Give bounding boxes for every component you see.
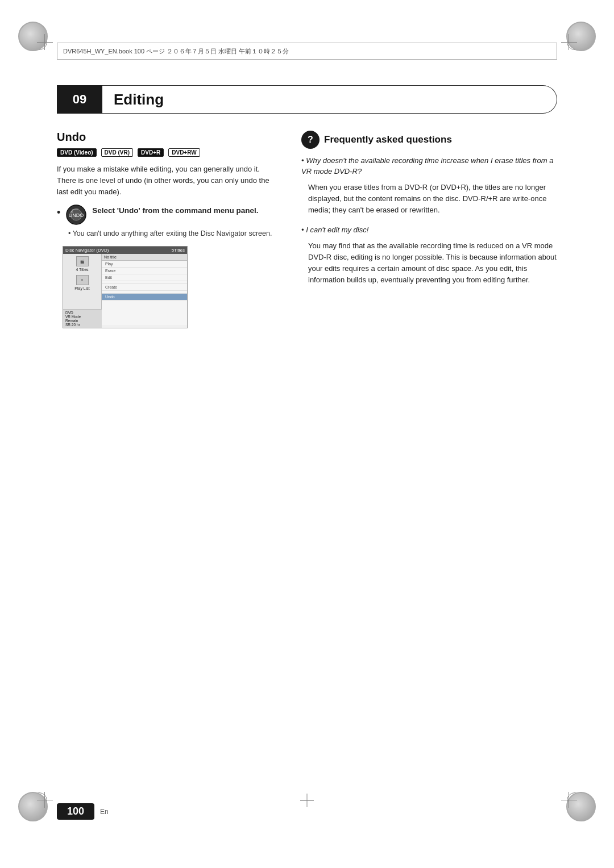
ss-bottom-info: DVD VR Mode Remain SR:20 hr [63, 309, 102, 328]
crosshair-tl-h [37, 42, 53, 43]
faq-q1-text: Why doesn't the available recording time… [301, 156, 553, 176]
undo-heading: Undo [57, 131, 279, 144]
ss-title-icon: 🎬 [76, 256, 89, 266]
undo-instruction: • UNDO Select 'Undo' from the command me… [57, 206, 279, 225]
chapter-title-wrap: Editing [102, 85, 557, 114]
faq-question-2: I can't edit my disc! [301, 225, 557, 236]
crosshair-br-h [561, 800, 577, 800]
ss-menu-undo: Undo [102, 294, 187, 301]
ss-remain-time: SR:20 hr [65, 323, 99, 327]
undo-intro-text: If you make a mistake while editing, you… [57, 164, 279, 198]
footer-language: En [100, 808, 109, 816]
faq-q2-text: I can't edit my disc! [306, 226, 368, 234]
faq-answer-2: You may find that as the available recor… [308, 240, 557, 286]
chapter-number: 09 [57, 85, 102, 114]
faq-title: Frequently asked questions [324, 134, 452, 145]
ss-right-panel: No title Play Erase Edit Create Undo [102, 254, 187, 325]
corner-circle-tl [18, 22, 48, 51]
chapter-title: Editing [114, 91, 164, 108]
badge-dvd-r: DVD+R [138, 148, 164, 157]
ss-left-item-titles: 🎬 4 Titles [65, 256, 99, 272]
instruction-text-wrap: Select 'Undo' from the command menu pane… [92, 206, 258, 216]
crosshair-bl-v [44, 792, 45, 808]
faq-question-1: Why doesn't the available recording time… [301, 156, 557, 177]
crosshair-tr-h [561, 42, 577, 43]
ss-vr-mode: VR Mode [65, 315, 99, 319]
faq-answer-1: When you erase titles from a DVD-R (or D… [308, 182, 557, 216]
header-bar: DVR645H_WY_EN.book 100 ページ ２０６年７月５日 水曜日 … [57, 43, 557, 60]
bullet-dot: • [57, 207, 60, 219]
ss-menu-play: Play [102, 261, 187, 268]
instruction-text: Select 'Undo' from the command menu pane… [92, 206, 258, 215]
faq-icon: ? [301, 131, 320, 149]
crosshair-tr-v [569, 34, 569, 50]
undo-button-icon: UNDO [66, 205, 86, 225]
ss-menu-edit: Edit [102, 274, 187, 281]
crosshair-tl-v [44, 34, 45, 50]
corner-circle-bl [18, 792, 48, 821]
corner-circle-tr [566, 22, 596, 51]
ss-header: Disc Navigator (DVD) 5Titles [63, 247, 187, 254]
badge-dvd-rw: DVD+RW [168, 148, 200, 157]
ss-remain: Remain [65, 319, 99, 323]
ss-header-left: Disc Navigator (DVD) [65, 248, 109, 253]
footer: 100 En [57, 803, 557, 820]
ss-header-right: 5Titles [172, 248, 185, 253]
crosshair-br-v [569, 792, 569, 808]
content-area: Undo DVD (Video) DVD (VR) DVD+R DVD+RW I… [57, 131, 557, 777]
ss-titles-label: 4 Titles [65, 268, 99, 272]
badge-dvd-video: DVD (Video) [57, 148, 97, 157]
badge-dvd-vr: DVD (VR) [101, 148, 133, 157]
disc-navigator-screenshot: Disc Navigator (DVD) 5Titles 🎬 4 Titles … [63, 246, 188, 328]
crosshair-bl-h [37, 800, 53, 800]
right-column: ? Frequently asked questions Why doesn't… [301, 131, 557, 777]
ss-right-header: No title [102, 254, 187, 261]
ss-playlist-icon: ≡ [76, 275, 89, 285]
ss-left-item-playlist: ≡ Play List [65, 275, 99, 290]
ss-menu-erase: Erase [102, 268, 187, 274]
page-number-badge: 100 [57, 803, 94, 820]
ss-playlist-label: Play List [65, 286, 99, 290]
header-file-info: DVR645H_WY_EN.book 100 ページ ２０６年７月５日 水曜日 … [63, 47, 289, 56]
undo-sub-bullet: You can't undo anything after exiting th… [68, 228, 279, 239]
ss-menu-create: Create [102, 284, 187, 291]
faq-section-heading: ? Frequently asked questions [301, 131, 557, 149]
chapter-banner: 09 Editing [57, 85, 557, 114]
dvd-badges: DVD (Video) DVD (VR) DVD+R DVD+RW [57, 148, 279, 157]
corner-circle-br [566, 792, 596, 821]
ss-dvd-mode: DVD [65, 311, 99, 315]
svg-text:UNDO: UNDO [69, 212, 84, 218]
left-column: Undo DVD (Video) DVD (VR) DVD+R DVD+RW I… [57, 131, 279, 777]
